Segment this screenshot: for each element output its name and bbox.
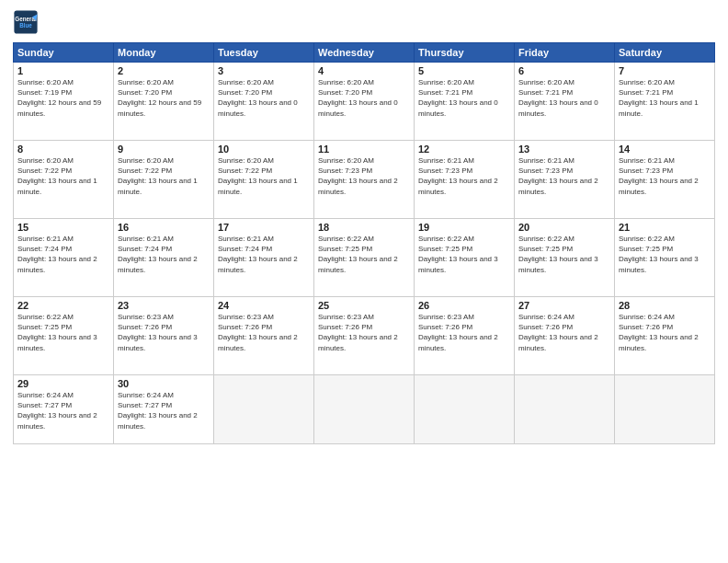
- day-number: 13: [518, 144, 610, 155]
- weekday-header-row: SundayMondayTuesdayWednesdayThursdayFrid…: [14, 43, 715, 63]
- day-number: 3: [218, 65, 310, 76]
- calendar-cell: 18Sunrise: 6:22 AM Sunset: 7:25 PM Dayli…: [314, 219, 415, 297]
- day-detail: Sunrise: 6:23 AM Sunset: 7:26 PM Dayligh…: [218, 312, 310, 353]
- day-detail: Sunrise: 6:21 AM Sunset: 7:23 PM Dayligh…: [418, 155, 510, 197]
- day-number: 6: [518, 65, 610, 76]
- calendar-cell: 29Sunrise: 6:24 AM Sunset: 7:27 PM Dayli…: [14, 375, 114, 444]
- day-detail: Sunrise: 6:22 AM Sunset: 7:25 PM Dayligh…: [619, 234, 711, 275]
- day-number: 9: [118, 144, 210, 155]
- header: General Blue: [13, 9, 715, 35]
- calendar-cell: 16Sunrise: 6:21 AM Sunset: 7:24 PM Dayli…: [114, 219, 214, 297]
- day-detail: Sunrise: 6:20 AM Sunset: 7:20 PM Dayligh…: [218, 77, 310, 119]
- calendar-cell: [314, 375, 415, 444]
- day-detail: Sunrise: 6:20 AM Sunset: 7:22 PM Dayligh…: [118, 155, 210, 197]
- day-number: 23: [118, 300, 210, 311]
- day-detail: Sunrise: 6:23 AM Sunset: 7:26 PM Dayligh…: [318, 312, 410, 353]
- day-detail: Sunrise: 6:20 AM Sunset: 7:23 PM Dayligh…: [318, 155, 410, 197]
- day-detail: Sunrise: 6:22 AM Sunset: 7:25 PM Dayligh…: [518, 234, 610, 275]
- calendar-cell: 1Sunrise: 6:20 AM Sunset: 7:19 PM Daylig…: [14, 63, 114, 141]
- weekday-saturday: Saturday: [615, 43, 715, 63]
- svg-text:General: General: [15, 16, 37, 22]
- day-detail: Sunrise: 6:22 AM Sunset: 7:25 PM Dayligh…: [418, 234, 510, 275]
- day-number: 1: [17, 65, 109, 76]
- calendar-cell: 20Sunrise: 6:22 AM Sunset: 7:25 PM Dayli…: [515, 219, 615, 297]
- calendar-cell: 12Sunrise: 6:21 AM Sunset: 7:23 PM Dayli…: [415, 141, 515, 219]
- day-number: 4: [318, 65, 410, 76]
- day-number: 18: [318, 222, 410, 233]
- day-number: 8: [17, 144, 109, 155]
- day-number: 16: [118, 222, 210, 233]
- day-detail: Sunrise: 6:20 AM Sunset: 7:20 PM Dayligh…: [118, 77, 210, 119]
- calendar-cell: 26Sunrise: 6:23 AM Sunset: 7:26 PM Dayli…: [415, 297, 515, 375]
- day-number: 20: [518, 222, 610, 233]
- calendar-cell: [415, 375, 515, 444]
- weekday-sunday: Sunday: [14, 43, 114, 63]
- day-detail: Sunrise: 6:21 AM Sunset: 7:24 PM Dayligh…: [218, 234, 310, 275]
- day-detail: Sunrise: 6:24 AM Sunset: 7:26 PM Dayligh…: [619, 312, 711, 353]
- calendar-cell: 5Sunrise: 6:20 AM Sunset: 7:21 PM Daylig…: [415, 63, 515, 141]
- calendar-cell: 23Sunrise: 6:23 AM Sunset: 7:26 PM Dayli…: [114, 297, 214, 375]
- day-number: 21: [619, 222, 711, 233]
- week-row-2: 8Sunrise: 6:20 AM Sunset: 7:22 PM Daylig…: [14, 141, 715, 219]
- day-number: 10: [218, 144, 310, 155]
- calendar-cell: 11Sunrise: 6:20 AM Sunset: 7:23 PM Dayli…: [314, 141, 415, 219]
- svg-text:Blue: Blue: [19, 22, 32, 29]
- day-detail: Sunrise: 6:24 AM Sunset: 7:26 PM Dayligh…: [518, 312, 610, 353]
- calendar-cell: [515, 375, 615, 444]
- day-detail: Sunrise: 6:21 AM Sunset: 7:23 PM Dayligh…: [619, 155, 711, 197]
- day-number: 27: [518, 300, 610, 311]
- day-detail: Sunrise: 6:20 AM Sunset: 7:22 PM Dayligh…: [218, 155, 310, 197]
- day-number: 26: [418, 300, 510, 311]
- weekday-thursday: Thursday: [415, 43, 515, 63]
- day-number: 22: [17, 300, 109, 311]
- day-number: 19: [418, 222, 510, 233]
- calendar-cell: 30Sunrise: 6:24 AM Sunset: 7:27 PM Dayli…: [114, 375, 214, 444]
- day-number: 11: [318, 144, 410, 155]
- calendar-cell: 6Sunrise: 6:20 AM Sunset: 7:21 PM Daylig…: [515, 63, 615, 141]
- day-number: 14: [619, 144, 711, 155]
- calendar-cell: 24Sunrise: 6:23 AM Sunset: 7:26 PM Dayli…: [214, 297, 314, 375]
- day-number: 29: [17, 378, 109, 389]
- day-detail: Sunrise: 6:23 AM Sunset: 7:26 PM Dayligh…: [418, 312, 510, 353]
- day-detail: Sunrise: 6:21 AM Sunset: 7:24 PM Dayligh…: [118, 234, 210, 275]
- weekday-wednesday: Wednesday: [314, 43, 415, 63]
- day-number: 28: [619, 300, 711, 311]
- day-detail: Sunrise: 6:20 AM Sunset: 7:21 PM Dayligh…: [418, 77, 510, 119]
- calendar-cell: 10Sunrise: 6:20 AM Sunset: 7:22 PM Dayli…: [214, 141, 314, 219]
- day-number: 12: [418, 144, 510, 155]
- day-detail: Sunrise: 6:21 AM Sunset: 7:23 PM Dayligh…: [518, 155, 610, 197]
- day-detail: Sunrise: 6:20 AM Sunset: 7:20 PM Dayligh…: [318, 77, 410, 119]
- weekday-friday: Friday: [515, 43, 615, 63]
- week-row-4: 22Sunrise: 6:22 AM Sunset: 7:25 PM Dayli…: [14, 297, 715, 375]
- calendar-cell: 4Sunrise: 6:20 AM Sunset: 7:20 PM Daylig…: [314, 63, 415, 141]
- day-detail: Sunrise: 6:22 AM Sunset: 7:25 PM Dayligh…: [17, 312, 109, 353]
- page: General Blue SundayMondayTuesdayWednesda…: [0, 0, 728, 563]
- day-number: 17: [218, 222, 310, 233]
- week-row-3: 15Sunrise: 6:21 AM Sunset: 7:24 PM Dayli…: [14, 219, 715, 297]
- logo: General Blue: [13, 9, 42, 35]
- calendar-cell: 8Sunrise: 6:20 AM Sunset: 7:22 PM Daylig…: [14, 141, 114, 219]
- logo-icon: General Blue: [13, 9, 39, 35]
- calendar-cell: [214, 375, 314, 444]
- day-number: 7: [619, 65, 711, 76]
- calendar-cell: 25Sunrise: 6:23 AM Sunset: 7:26 PM Dayli…: [314, 297, 415, 375]
- day-number: 30: [118, 378, 210, 389]
- calendar-cell: 9Sunrise: 6:20 AM Sunset: 7:22 PM Daylig…: [114, 141, 214, 219]
- calendar-cell: 28Sunrise: 6:24 AM Sunset: 7:26 PM Dayli…: [615, 297, 715, 375]
- day-number: 15: [17, 222, 109, 233]
- day-detail: Sunrise: 6:24 AM Sunset: 7:27 PM Dayligh…: [17, 390, 109, 431]
- day-detail: Sunrise: 6:20 AM Sunset: 7:22 PM Dayligh…: [17, 155, 109, 197]
- weekday-monday: Monday: [114, 43, 214, 63]
- day-number: 25: [318, 300, 410, 311]
- calendar-cell: 21Sunrise: 6:22 AM Sunset: 7:25 PM Dayli…: [615, 219, 715, 297]
- day-detail: Sunrise: 6:22 AM Sunset: 7:25 PM Dayligh…: [318, 234, 410, 275]
- calendar-cell: 3Sunrise: 6:20 AM Sunset: 7:20 PM Daylig…: [214, 63, 314, 141]
- calendar-cell: 7Sunrise: 6:20 AM Sunset: 7:21 PM Daylig…: [615, 63, 715, 141]
- week-row-5: 29Sunrise: 6:24 AM Sunset: 7:27 PM Dayli…: [14, 375, 715, 444]
- calendar-cell: 14Sunrise: 6:21 AM Sunset: 7:23 PM Dayli…: [615, 141, 715, 219]
- calendar-cell: 19Sunrise: 6:22 AM Sunset: 7:25 PM Dayli…: [415, 219, 515, 297]
- calendar-cell: 17Sunrise: 6:21 AM Sunset: 7:24 PM Dayli…: [214, 219, 314, 297]
- day-detail: Sunrise: 6:24 AM Sunset: 7:27 PM Dayligh…: [118, 390, 210, 431]
- week-row-1: 1Sunrise: 6:20 AM Sunset: 7:19 PM Daylig…: [14, 63, 715, 141]
- calendar-cell: 2Sunrise: 6:20 AM Sunset: 7:20 PM Daylig…: [114, 63, 214, 141]
